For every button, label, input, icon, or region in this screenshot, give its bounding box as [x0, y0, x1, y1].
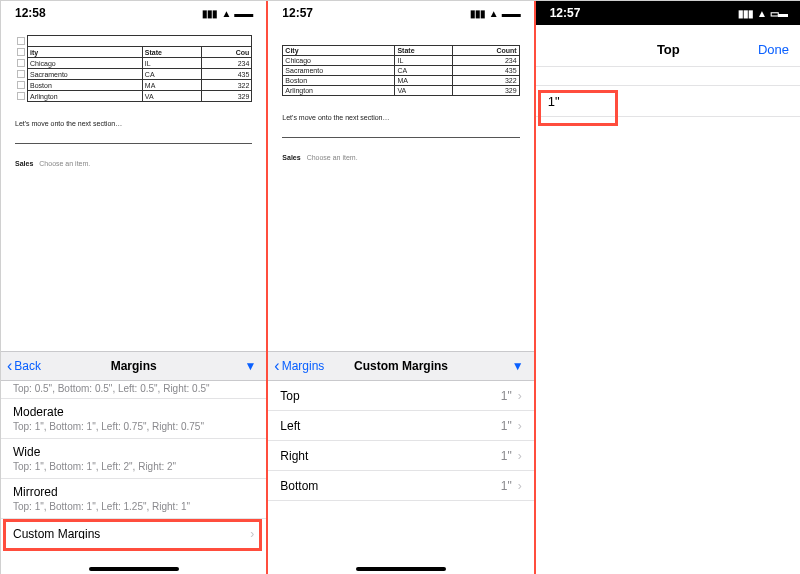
preset-wide[interactable]: Wide Top: 1", Bottom: 1", Left: 2", Righ… [1, 439, 266, 479]
clock: 12:58 [15, 6, 46, 20]
preset-moderate[interactable]: Moderate Top: 1", Bottom: 1", Left: 0.75… [1, 399, 266, 439]
margin-left-row[interactable]: Left 1"› [268, 411, 533, 441]
panel-header: ‹ Back Margins ▼ [1, 351, 266, 381]
section-note: Let's move onto the next section… [15, 120, 252, 127]
nav-bar: Top Done [536, 33, 800, 67]
margin-value: 1" [548, 94, 560, 109]
status-bar: 12:58 ▮▮▮ ▲ ▬▬ [1, 1, 266, 25]
truncated-preset: Top: 0.5", Bottom: 0.5", Left: 0.5", Rig… [13, 383, 254, 394]
margin-value-input[interactable]: 1" [536, 85, 800, 117]
margin-bottom-row[interactable]: Bottom 1"› [268, 471, 533, 501]
data-table: ity State Cou ChicagoIL234 SacramentoCA4… [15, 35, 252, 102]
chevron-left-icon: ‹ [274, 358, 279, 374]
status-icons: ▮▮▮▲▭▬ [738, 8, 787, 19]
wifi-icon: ▲ [489, 8, 498, 19]
custom-margins-row[interactable]: Custom Margins › [1, 519, 266, 539]
chevron-left-icon: ‹ [7, 358, 12, 374]
status-bar: 12:57 ▮▮▮▲▬▬ [268, 1, 533, 25]
chevron-right-icon: › [518, 479, 522, 493]
nav-title: Top [657, 42, 680, 57]
chevron-right-icon: › [518, 389, 522, 403]
done-button[interactable]: Done [758, 42, 789, 57]
chevron-right-icon: › [518, 449, 522, 463]
signal-icon: ▮▮▮ [202, 8, 217, 19]
home-indicator [89, 567, 179, 571]
battery-icon: ▭▬ [770, 8, 787, 19]
signal-icon: ▮▮▮ [738, 8, 753, 19]
chevron-right-icon: › [250, 527, 254, 540]
back-button[interactable]: ‹ Back [1, 358, 41, 374]
battery-icon: ▬▬ [502, 8, 520, 19]
margin-right-row[interactable]: Right 1"› [268, 441, 533, 471]
panel-header: ‹ Margins Custom Margins ▼ [268, 351, 533, 381]
battery-icon: ▬▬ [234, 8, 252, 19]
data-table: City State Count ChicagoIL234 Sacramento… [282, 45, 519, 96]
document-preview: City State Count ChicagoIL234 Sacramento… [268, 25, 533, 161]
wifi-icon: ▲ [221, 8, 230, 19]
signal-icon: ▮▮▮ [470, 8, 485, 19]
document-preview: ity State Cou ChicagoIL234 SacramentoCA4… [1, 25, 266, 167]
status-icons: ▮▮▮ ▲ ▬▬ [202, 8, 252, 19]
preset-mirrored[interactable]: Mirrored Top: 1", Bottom: 1", Left: 1.25… [1, 479, 266, 519]
clock: 12:57 [550, 6, 581, 20]
chevron-right-icon: › [518, 419, 522, 433]
sales-field: SalesChoose an item. [15, 160, 252, 167]
home-indicator [356, 567, 446, 571]
sales-field: SalesChoose an item. [282, 154, 519, 161]
status-bar: 12:57 ▮▮▮▲▭▬ [536, 1, 800, 25]
wifi-icon: ▲ [757, 8, 766, 19]
screen-margins-list: 12:58 ▮▮▮ ▲ ▬▬ ity State [1, 1, 268, 574]
section-note: Let's move onto the next section… [282, 114, 519, 121]
margin-top-row[interactable]: Top 1"› [268, 381, 533, 411]
status-icons: ▮▮▮▲▬▬ [470, 8, 520, 19]
dropdown-icon[interactable]: ▼ [512, 359, 524, 373]
screen-top-editor: 12:57 ▮▮▮▲▭▬ Top Done 1" [536, 1, 800, 574]
back-button[interactable]: ‹ Margins [268, 358, 324, 374]
screen-custom-margins: 12:57 ▮▮▮▲▬▬ City State Count ChicagoIL2… [268, 1, 535, 574]
dropdown-icon[interactable]: ▼ [244, 359, 256, 373]
clock: 12:57 [282, 6, 313, 20]
